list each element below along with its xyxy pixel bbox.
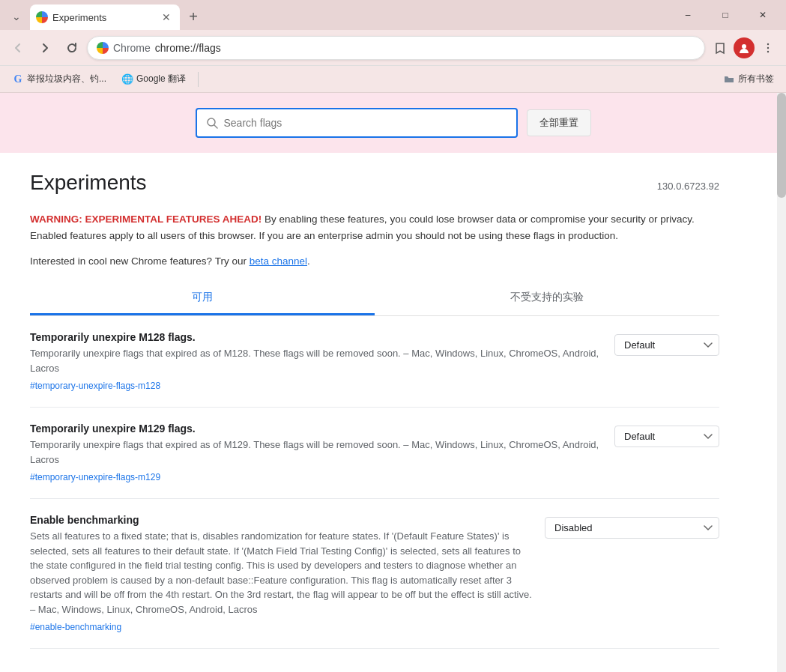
interested-prefix: Interested in cool new Chrome features? … xyxy=(30,255,250,267)
flag-info: Temporarily unexpire M129 flags. Tempora… xyxy=(30,423,602,483)
flag-info: Temporarily unexpire M128 flags. Tempora… xyxy=(30,331,602,392)
search-input[interactable] xyxy=(224,117,507,129)
flag-name: Temporarily unexpire M129 flags. xyxy=(30,423,602,435)
interested-suffix: . xyxy=(307,255,310,267)
title-row: Experiments 130.0.6723.92 xyxy=(30,171,719,199)
toolbar: Chrome chrome://flags xyxy=(0,30,786,66)
bookmarks-bar: G 举报垃圾内容、钓... 🌐 Google 翻译 所有书签 xyxy=(0,66,786,93)
address-bar[interactable]: Chrome chrome://flags xyxy=(87,36,705,60)
refresh-button[interactable] xyxy=(60,36,84,60)
tab-unsupported[interactable]: 不受支持的实验 xyxy=(375,282,719,315)
bookmark-item-report[interactable]: G 举报垃圾内容、钓... xyxy=(6,70,112,88)
flag-select[interactable]: Default Enabled Disabled xyxy=(614,334,719,356)
bookmark-label-report: 举报垃圾内容、钓... xyxy=(27,73,106,85)
translate-icon: 🌐 xyxy=(121,73,133,85)
bookmarks-divider xyxy=(198,72,199,87)
svg-point-3 xyxy=(767,50,769,52)
beta-channel-link[interactable]: beta channel xyxy=(250,255,307,267)
bookmark-label-translate: Google 翻译 xyxy=(136,73,186,85)
svg-point-1 xyxy=(767,43,769,44)
tab-favicon xyxy=(36,11,48,23)
flag-link[interactable]: #temporary-unexpire-flags-m129 xyxy=(30,472,160,482)
flag-link[interactable]: #temporary-unexpire-flags-m128 xyxy=(30,381,160,391)
address-label: Chrome xyxy=(113,42,151,54)
flag-select[interactable]: Default Enabled Disabled (Default Featur… xyxy=(545,517,719,539)
site-icon xyxy=(97,42,109,54)
tab-title: Experiments xyxy=(52,12,154,23)
flag-item: Enable benchmarking Sets all features to… xyxy=(30,499,719,649)
page-title: Experiments xyxy=(30,171,147,195)
forward-button[interactable] xyxy=(33,36,57,60)
close-button[interactable]: ✕ xyxy=(746,4,780,25)
scrollbar-thumb[interactable] xyxy=(777,93,786,198)
tab-available[interactable]: 可用 xyxy=(30,282,375,315)
flag-link[interactable]: #enable-benchmarking xyxy=(30,622,121,632)
flags-main: Experiments 130.0.6723.92 WARNING: EXPER… xyxy=(0,153,749,667)
title-bar: ⌄ Experiments ✕ + – □ ✕ xyxy=(0,0,786,30)
warning-text: WARNING: EXPERIMENTAL FEATURES AHEAD! By… xyxy=(30,211,719,243)
warning-label: WARNING: EXPERIMENTAL FEATURES AHEAD! xyxy=(30,214,262,225)
page-content: 全部重置 Experiments 130.0.6723.92 WARNING: … xyxy=(0,93,786,672)
google-icon: G xyxy=(12,73,24,85)
flag-select[interactable]: Default Enabled Disabled xyxy=(614,426,719,447)
active-tab[interactable]: Experiments ✕ xyxy=(30,4,180,30)
flags-search-bar: 全部重置 xyxy=(0,93,786,153)
tab-close-button[interactable]: ✕ xyxy=(159,10,174,25)
bookmark-button[interactable] xyxy=(708,36,732,60)
all-bookmarks-folder[interactable]: 所有书签 xyxy=(717,70,780,88)
bookmarks-right: 所有书签 xyxy=(717,70,780,88)
maximize-button[interactable]: □ xyxy=(708,4,743,25)
minimize-button[interactable]: – xyxy=(671,4,705,25)
folder-icon xyxy=(723,73,735,85)
back-button[interactable] xyxy=(6,36,30,60)
all-bookmarks-label: 所有书签 xyxy=(738,73,774,85)
tab-strip: ⌄ Experiments ✕ + xyxy=(6,0,671,30)
reset-all-button[interactable]: 全部重置 xyxy=(527,109,591,136)
flag-name: Enable benchmarking xyxy=(30,514,533,526)
search-icon xyxy=(206,117,218,129)
flag-desc: Temporarily unexpire flags that expired … xyxy=(30,438,602,467)
tab-prev-button[interactable]: ⌄ xyxy=(6,6,27,27)
flag-item: Temporarily unexpire M128 flags. Tempora… xyxy=(30,316,719,408)
search-container[interactable] xyxy=(196,108,518,138)
flag-control: Default Enabled Disabled xyxy=(614,426,719,447)
flag-item: Temporarily unexpire M129 flags. Tempora… xyxy=(30,408,719,499)
flag-desc: Temporarily unexpire flags that expired … xyxy=(30,346,602,375)
toolbar-right xyxy=(708,36,780,60)
window-controls: – □ ✕ xyxy=(671,4,780,25)
version-text: 130.0.6723.92 xyxy=(657,181,719,192)
flag-control: Default Enabled Disabled (Default Featur… xyxy=(545,517,719,539)
flag-desc: Sets all features to a fixed state; that… xyxy=(30,529,533,617)
interested-text: Interested in cool new Chrome features? … xyxy=(30,255,719,267)
menu-button[interactable] xyxy=(756,36,780,60)
new-tab-button[interactable]: + xyxy=(183,6,204,27)
flag-name: Temporarily unexpire M128 flags. xyxy=(30,331,602,343)
bookmark-item-translate[interactable]: 🌐 Google 翻译 xyxy=(115,70,192,88)
flag-info: Enable benchmarking Sets all features to… xyxy=(30,514,533,633)
flag-control: Default Enabled Disabled xyxy=(614,334,719,356)
flags-tabs: 可用 不受支持的实验 xyxy=(30,282,719,316)
flags-list: Temporarily unexpire M128 flags. Tempora… xyxy=(30,316,719,649)
svg-point-0 xyxy=(742,44,746,49)
svg-point-2 xyxy=(767,46,769,48)
scrollbar[interactable] xyxy=(777,93,786,672)
profile-avatar[interactable] xyxy=(734,37,755,58)
svg-line-5 xyxy=(214,125,217,128)
address-url: chrome://flags xyxy=(155,42,695,54)
